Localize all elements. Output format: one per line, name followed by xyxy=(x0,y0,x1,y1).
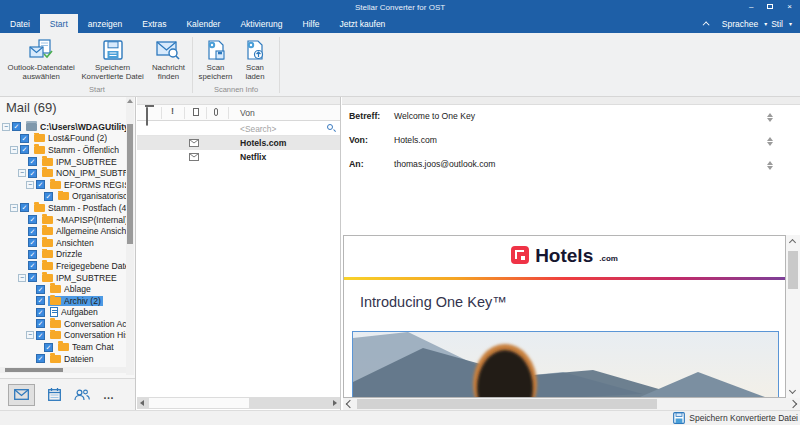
tree-item[interactable]: EFORMS REGISTR xyxy=(0,179,127,191)
checkbox-checked-icon[interactable] xyxy=(28,169,37,178)
tree-vertical-scrollbar[interactable] xyxy=(126,97,134,375)
document-column-icon[interactable] xyxy=(193,108,199,116)
tab-hilfe[interactable]: Hilfe xyxy=(293,14,330,33)
checkbox-checked-icon[interactable] xyxy=(12,122,21,131)
checkbox-checked-icon[interactable] xyxy=(44,192,53,201)
save-converted-file-button[interactable]: Speichern Konvertierte Datei xyxy=(78,36,147,83)
scrollbar-thumb[interactable] xyxy=(788,251,798,289)
message-row[interactable]: Netflix xyxy=(137,150,340,164)
checkbox-checked-icon[interactable] xyxy=(28,157,37,166)
tree-item[interactable]: Ablage xyxy=(0,283,127,295)
close-button[interactable]: × xyxy=(787,0,792,14)
scroll-left-icon[interactable] xyxy=(346,400,354,408)
collapse-icon[interactable] xyxy=(10,204,18,212)
language-menu[interactable]: Sprachee xyxy=(722,19,758,29)
checkbox-checked-icon[interactable] xyxy=(28,227,37,236)
tree-item[interactable]: IPM_SUBTREE xyxy=(0,156,127,168)
tree-item[interactable]: Conversation His xyxy=(0,330,127,342)
checkbox-checked-icon[interactable] xyxy=(28,238,37,247)
checkbox-checked-icon[interactable] xyxy=(28,215,37,224)
tree-item[interactable]: Lost&Found (2) xyxy=(0,133,127,145)
field-scroll-arrows[interactable] xyxy=(766,135,774,147)
checkbox-checked-icon[interactable] xyxy=(44,343,53,352)
field-scroll-arrows[interactable] xyxy=(766,159,774,171)
search-input[interactable]: <Search> xyxy=(240,124,276,134)
status-action-label[interactable]: Speichern Konvertierte Datei xyxy=(689,413,798,423)
checkbox-checked-icon[interactable] xyxy=(36,296,45,305)
collapse-icon[interactable] xyxy=(2,123,10,131)
tab-aktivierung[interactable]: Aktivierung xyxy=(230,14,292,33)
mail-module-button[interactable] xyxy=(8,384,35,406)
tree-item[interactable]: Drizzle xyxy=(0,249,127,261)
collapse-icon[interactable] xyxy=(18,169,26,177)
message-row[interactable]: Hotels.com xyxy=(137,136,340,150)
tree-item[interactable]: ~MAPISP(Internal) xyxy=(0,214,127,226)
tree-item[interactable]: Allgemeine Ansicht xyxy=(0,225,127,237)
attachment-column-icon[interactable] xyxy=(214,108,218,116)
tab-start[interactable]: Start xyxy=(40,14,78,33)
scrollbar-thumb[interactable] xyxy=(5,368,63,372)
more-modules-button[interactable]: … xyxy=(103,389,115,401)
find-message-button[interactable]: Nachricht finden xyxy=(147,36,190,83)
tree-item-selected[interactable]: Archiv (2) xyxy=(0,295,127,307)
tree-horizontal-scrollbar[interactable] xyxy=(0,367,126,373)
scrollbar-thumb[interactable] xyxy=(149,398,249,408)
scrollbar-thumb[interactable] xyxy=(357,399,657,409)
tree-item[interactable]: Stamm - Postfach (4) xyxy=(0,202,127,214)
tab-extras[interactable]: Extras xyxy=(132,14,176,33)
checkbox-checked-icon[interactable] xyxy=(36,331,45,340)
scroll-right-icon[interactable] xyxy=(333,400,337,406)
tree-item[interactable]: Team Chat xyxy=(0,341,127,353)
collapse-icon[interactable] xyxy=(26,181,34,189)
preview-horizontal-scrollbar[interactable] xyxy=(343,398,800,410)
save-scan-button[interactable]: Scan speichern xyxy=(195,36,236,83)
checkbox-checked-icon[interactable] xyxy=(20,203,29,212)
scroll-up-icon[interactable] xyxy=(127,99,133,103)
collapse-icon[interactable] xyxy=(18,274,26,282)
scroll-right-icon[interactable] xyxy=(789,400,797,408)
tree-item[interactable]: Ansichten xyxy=(0,237,127,249)
tree-item[interactable]: Freigegebene Datei xyxy=(0,260,127,272)
email-vertical-scrollbar[interactable] xyxy=(786,235,800,398)
checkbox-checked-icon[interactable] xyxy=(20,134,29,143)
checkbox-checked-icon[interactable] xyxy=(20,145,29,154)
checkbox-checked-icon[interactable] xyxy=(36,180,45,189)
contacts-module-button[interactable] xyxy=(74,389,90,401)
select-outlook-data-file-button[interactable]: Outlook-Datendatei auswählen xyxy=(4,36,78,83)
importance-column-icon[interactable]: ! xyxy=(171,106,174,116)
from-column-header[interactable]: Von xyxy=(240,108,255,118)
load-scan-button[interactable]: Scan laden xyxy=(236,36,274,83)
scroll-down-icon[interactable] xyxy=(789,387,796,394)
calendar-module-button[interactable] xyxy=(48,388,61,401)
tree-item[interactable]: Organisatorisc xyxy=(0,191,127,203)
collapse-icon[interactable] xyxy=(10,146,18,154)
checkbox-checked-icon[interactable] xyxy=(28,261,37,270)
minimize-button[interactable]: – xyxy=(749,0,753,14)
tab-kalender[interactable]: Kalender xyxy=(176,14,230,33)
tab-datei[interactable]: Datei xyxy=(0,14,40,33)
checkbox-checked-icon[interactable] xyxy=(28,250,37,259)
style-menu[interactable]: Stil xyxy=(771,19,783,29)
tab-jetzt-kaufen[interactable]: Jetzt kaufen xyxy=(330,14,396,33)
tree-item[interactable]: IPM_SUBTREE xyxy=(0,272,127,284)
search-icon[interactable] xyxy=(327,124,333,130)
tree-item[interactable]: Dateien xyxy=(0,353,127,365)
scrollbar-thumb[interactable] xyxy=(127,124,133,244)
tree-item[interactable]: Conversation Act xyxy=(0,318,127,330)
restore-button[interactable] xyxy=(767,0,773,14)
collapse-icon[interactable] xyxy=(26,331,34,339)
tree-item[interactable]: NON_IPM_SUBTREE xyxy=(0,167,127,179)
tree-item-root[interactable]: C:\Users\WDAGUtilityA xyxy=(0,121,127,133)
scroll-up-icon[interactable] xyxy=(789,239,796,246)
tab-anzeigen[interactable]: anzeigen xyxy=(78,14,133,33)
checkbox-checked-icon[interactable] xyxy=(36,319,45,328)
field-scroll-arrows[interactable] xyxy=(766,111,774,123)
checkbox-checked-icon[interactable] xyxy=(36,354,45,363)
checkbox-checked-icon[interactable] xyxy=(36,308,45,317)
checkbox-checked-icon[interactable] xyxy=(28,273,37,282)
tree-item[interactable]: Aufgaben xyxy=(0,307,127,319)
search-row[interactable]: <Search> xyxy=(137,121,340,136)
list-horizontal-scrollbar[interactable] xyxy=(137,397,340,409)
scroll-left-icon[interactable] xyxy=(140,400,144,406)
tree-item[interactable]: Stamm - Öffentlich xyxy=(0,144,127,156)
